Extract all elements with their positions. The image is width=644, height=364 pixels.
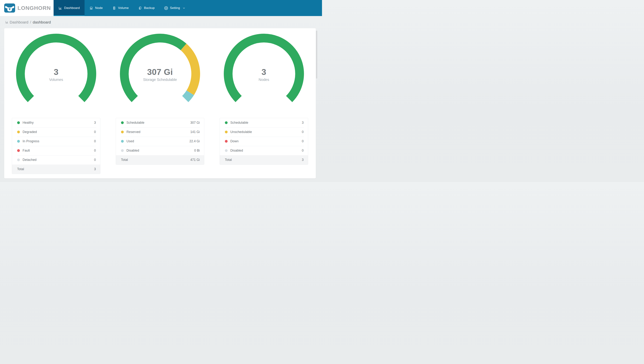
nav-item-label: Node xyxy=(95,6,103,10)
nav-item-dashboard[interactable]: Dashboard xyxy=(54,0,84,16)
nav-item-label: Dashboard xyxy=(64,6,80,10)
legend-row: Disabled0 Bi xyxy=(116,146,204,155)
legend-dot xyxy=(225,121,228,124)
bar-chart-icon xyxy=(5,20,8,24)
nav-item-setting[interactable]: Setting xyxy=(160,0,190,16)
gauge-segment xyxy=(185,93,190,99)
legend-value: 3 xyxy=(302,121,304,124)
gauge-segment xyxy=(124,38,184,99)
storage-column: 307 Gi Storage Schedulable Schedulable30… xyxy=(108,34,212,178)
legend-value: 0 Bi xyxy=(194,149,200,152)
legend-label: Fault xyxy=(22,149,30,152)
server-icon xyxy=(112,6,116,10)
nav-item-backup[interactable]: Backup xyxy=(134,0,160,16)
legend-dot xyxy=(121,149,124,152)
legend-dot xyxy=(121,121,124,124)
laptop-icon xyxy=(89,6,93,10)
nav-item-label: Backup xyxy=(144,6,155,10)
legend-dot xyxy=(225,130,228,133)
breadcrumb: Dashboard / dashboard xyxy=(0,16,322,28)
legend-row: Unschedulable0 xyxy=(220,127,308,137)
volumes-gauge-arc xyxy=(16,34,96,114)
volumes-gauge: 3 Volumes xyxy=(16,34,96,114)
legend-value: 307 Gi xyxy=(190,121,200,124)
legend-label: Healthy xyxy=(22,121,34,124)
legend-label: Schedulable xyxy=(126,121,144,124)
nav-item-node[interactable]: Node xyxy=(84,0,108,16)
legend-label: In Progress xyxy=(22,139,39,143)
storage-gauge: 307 Gi Storage Schedulable xyxy=(120,34,200,114)
legend-label: Disabled xyxy=(126,149,139,152)
legend-row: Degraded0 xyxy=(12,127,100,137)
legend-row: Used22.4 Gi xyxy=(116,137,204,146)
volumes-legend-table: Healthy3Degraded0In Progress0Fault0Detac… xyxy=(12,118,100,174)
legend-label: Used xyxy=(126,139,134,143)
chevron-down-icon xyxy=(182,7,185,10)
legend-dot xyxy=(17,158,20,161)
nodes-legend-table: Schedulable3Unschedulable0Down0Disabled0… xyxy=(220,118,308,165)
legend-row: Reserved141 Gi xyxy=(116,127,204,137)
storage-legend-table: Schedulable307 GiReserved141 GiUsed22.4 … xyxy=(116,118,204,165)
nav-item-volume[interactable]: Volume xyxy=(108,0,134,16)
legend-dot xyxy=(225,149,228,152)
bar-chart-icon xyxy=(58,6,62,10)
main-nav: Dashboard Node Volume Backup xyxy=(54,0,322,16)
legend-value: 0 xyxy=(94,158,96,162)
brand-name: LONGHORN xyxy=(18,5,51,11)
legend-value: 3 xyxy=(94,121,96,124)
legend-label: Total xyxy=(121,158,128,162)
volumes-column: 3 Volumes Healthy3Degraded0In Progress0F… xyxy=(4,34,108,178)
gear-icon xyxy=(164,6,168,10)
legend-row: In Progress0 xyxy=(12,137,100,146)
gauge-segment xyxy=(228,38,300,99)
legend-total-row: Total471 Gi xyxy=(116,155,204,164)
legend-row: Disabled0 xyxy=(220,146,308,155)
breadcrumb-section[interactable]: Dashboard xyxy=(10,20,28,24)
legend-label: Reserved xyxy=(126,130,140,134)
legend-row: Detached0 xyxy=(12,155,100,164)
dashboard-card: 3 Volumes Healthy3Degraded0In Progress0F… xyxy=(4,28,316,178)
legend-dot xyxy=(121,140,124,143)
legend-row: Schedulable307 Gi xyxy=(116,118,204,127)
storage-gauge-arc xyxy=(120,34,200,114)
legend-dot xyxy=(17,121,20,124)
brand[interactable]: LONGHORN xyxy=(0,0,54,16)
legend-total-row: Total3 xyxy=(220,155,308,164)
legend-value: 3 xyxy=(302,158,304,162)
legend-dot xyxy=(17,149,20,152)
legend-dot xyxy=(17,140,20,143)
legend-label: Down xyxy=(230,139,239,143)
legend-value: 0 xyxy=(302,149,304,152)
legend-value: 0 xyxy=(302,130,304,134)
scrollbar-thumb[interactable] xyxy=(316,30,317,78)
legend-dot xyxy=(17,130,20,133)
legend-label: Unschedulable xyxy=(230,130,252,134)
legend-value: 3 xyxy=(94,167,96,171)
legend-label: Degraded xyxy=(22,130,37,134)
legend-value: 471 Gi xyxy=(190,158,200,162)
breadcrumb-current-page: dashboard xyxy=(33,20,51,24)
legend-row: Schedulable3 xyxy=(220,118,308,127)
gauge-segment xyxy=(20,38,92,99)
legend-total-row: Total3 xyxy=(12,164,100,174)
legend-label: Total xyxy=(225,158,232,162)
legend-dot xyxy=(121,130,124,133)
nav-item-label: Volume xyxy=(118,6,129,10)
nodes-gauge: 3 Nodes xyxy=(224,34,304,114)
gauge-segment xyxy=(184,47,196,93)
legend-row: Down0 xyxy=(220,137,308,146)
legend-row: Fault0 xyxy=(12,146,100,155)
nodes-gauge-arc xyxy=(224,34,304,114)
top-navbar: LONGHORN Dashboard Node Vol xyxy=(0,0,322,16)
legend-value: 22.4 Gi xyxy=(190,139,200,143)
legend-value: 0 xyxy=(94,149,96,152)
legend-value: 141 Gi xyxy=(190,130,200,134)
legend-label: Detached xyxy=(22,158,37,162)
legend-label: Disabled xyxy=(230,149,243,152)
legend-label: Total xyxy=(17,167,24,171)
breadcrumb-separator: / xyxy=(30,20,31,24)
legend-row: Healthy3 xyxy=(12,118,100,127)
legend-label: Schedulable xyxy=(230,121,248,124)
legend-dot xyxy=(225,140,228,143)
copy-icon xyxy=(138,6,142,10)
